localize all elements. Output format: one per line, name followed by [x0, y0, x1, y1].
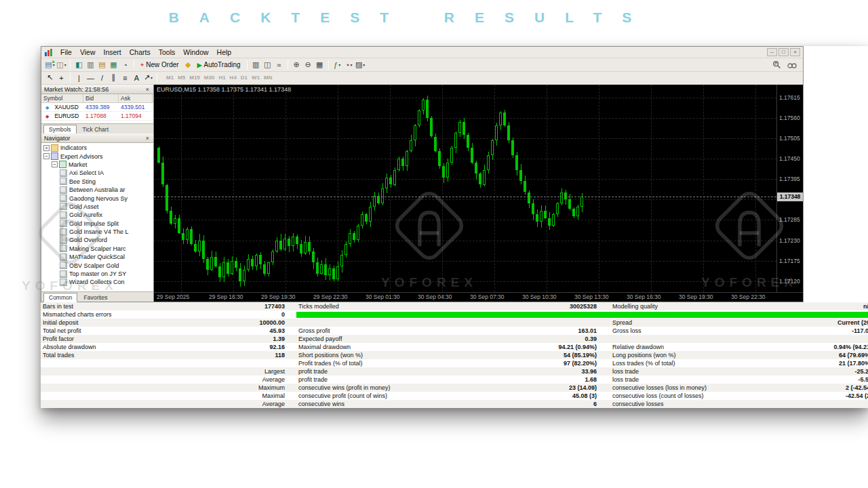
- tree-item-indicators[interactable]: +Indicators: [41, 144, 153, 152]
- timeframe-m30[interactable]: M30: [202, 75, 217, 81]
- metaeditor-icon[interactable]: ◆: [182, 60, 194, 70]
- candle-body: [418, 110, 420, 125]
- price-scale[interactable]: 1.176151.175601.175051.174501.173951.172…: [777, 85, 803, 292]
- tree-item-label: Making Scalper Harc: [69, 245, 126, 252]
- tree-item-gold-impulse-split[interactable]: Gold Impulse Split: [41, 220, 153, 228]
- channel-icon[interactable]: ∥: [108, 73, 119, 83]
- market-watch-tab-tick-chart[interactable]: Tick Chart: [78, 125, 113, 134]
- menu-insert[interactable]: Insert: [100, 47, 125, 57]
- menu-view[interactable]: View: [76, 47, 100, 57]
- candle-body: [344, 244, 347, 255]
- navigator-header[interactable]: Navigator ×: [41, 134, 153, 143]
- h-gridline: [154, 179, 776, 180]
- v-gridline: [181, 85, 182, 292]
- arrows-icon[interactable]: ↗▾: [142, 73, 154, 83]
- menu-charts[interactable]: Charts: [125, 47, 155, 57]
- indicators-icon[interactable]: ƒ▾: [332, 60, 343, 70]
- new-order-button[interactable]: +New Order: [137, 60, 182, 70]
- time-scale[interactable]: 29 Sep 202529 Sep 16:3029 Sep 19:3029 Se…: [154, 292, 803, 302]
- menu-items: FileViewInsertChartsToolsWindowHelp: [56, 47, 235, 57]
- horizontal-line-icon[interactable]: —: [85, 73, 96, 83]
- search-symbol-icon[interactable]: P: [772, 60, 781, 69]
- crosshair-icon[interactable]: +: [56, 73, 67, 83]
- chart-plot[interactable]: EURUSD,M15 1.17358 1.17375 1.17341 1.173…: [154, 85, 777, 292]
- timeframe-h1[interactable]: H1: [216, 75, 227, 81]
- navigator-icon[interactable]: ▤: [96, 60, 108, 70]
- close-icon[interactable]: ×: [144, 86, 151, 93]
- trendline-icon[interactable]: /: [96, 73, 108, 83]
- timeframe-w1[interactable]: W1: [250, 75, 262, 81]
- tree-item-making-scalper-harc[interactable]: Making Scalper Harc: [41, 245, 153, 253]
- tree-item-wizard-collects-con[interactable]: Wizard Collects Con: [41, 278, 153, 286]
- line-chart-icon[interactable]: ≈: [273, 60, 285, 70]
- periods-icon[interactable]: ◔▾: [343, 60, 355, 70]
- symbol-row-xauusd[interactable]: ◆XAUUSD4339.3894339.501: [41, 103, 153, 112]
- v-gridline: [547, 85, 547, 292]
- tree-item-gold-insane-v4-the-l[interactable]: Gold Insane V4 The L: [41, 228, 153, 236]
- expand-box-icon[interactable]: −: [52, 161, 58, 167]
- tree-item-gold-overlord[interactable]: Gold Overlord: [41, 236, 153, 244]
- tree-item-market[interactable]: −Market: [41, 161, 153, 169]
- report-label: Profit trades (% of total): [296, 359, 473, 367]
- profiles-icon[interactable]: ◫▾: [56, 60, 67, 70]
- market-watch-icon[interactable]: ◧: [73, 60, 85, 70]
- v-gridline: [233, 85, 234, 292]
- timeframe-m1[interactable]: M1: [164, 75, 176, 81]
- tree-item-top-master-on-jy-sy[interactable]: Top master on JY SY: [41, 270, 153, 278]
- templates-icon[interactable]: ▨▾: [355, 60, 366, 70]
- button-label: New Order: [146, 61, 178, 68]
- symbol-row-eurusd[interactable]: ◆EURUSD1.170881.17094: [41, 112, 153, 121]
- autotrading-button[interactable]: ▶AutoTrading: [194, 60, 244, 70]
- vertical-line-icon[interactable]: |: [73, 73, 85, 83]
- tree-item-gold-aurefix[interactable]: Gold Aurefix: [41, 211, 153, 219]
- cursor-icon[interactable]: ↖: [44, 73, 56, 83]
- zoom-out-icon[interactable]: ⊖: [302, 60, 314, 70]
- candle-body: [422, 100, 425, 110]
- navigator-tab-common[interactable]: Common: [43, 293, 77, 302]
- symbol-cell: ◆EURUSD: [41, 112, 83, 120]
- timeframe-m15[interactable]: M15: [187, 75, 202, 81]
- menu-window[interactable]: Window: [179, 47, 212, 57]
- tree-item-label: Gaodong Nervous Sy: [69, 195, 127, 202]
- tree-item-between-australia-ar[interactable]: Between Australia ar: [41, 186, 153, 194]
- expand-box-icon[interactable]: −: [43, 153, 50, 159]
- terminal-icon[interactable]: ▦: [108, 60, 119, 70]
- tree-item-axi-select-ia[interactable]: Axi Select IA: [41, 169, 153, 177]
- tile-windows-icon[interactable]: ▦: [314, 60, 326, 70]
- expand-box-icon[interactable]: +: [43, 145, 50, 151]
- minimize-button[interactable]: –: [767, 48, 777, 56]
- fibonacci-icon[interactable]: ≡: [119, 73, 131, 83]
- tree-item-expert-advisors[interactable]: −Expert Advisors: [41, 152, 153, 160]
- menu-help[interactable]: Help: [213, 47, 236, 57]
- strategy-tester-icon[interactable]: ◔: [119, 60, 131, 70]
- tree-item-gaodong-nervous-sy[interactable]: Gaodong Nervous Sy: [41, 194, 153, 202]
- report-label: loss trade: [610, 367, 773, 375]
- timeframe-d1[interactable]: D1: [239, 75, 250, 81]
- data-window-icon[interactable]: ▥: [85, 60, 96, 70]
- new-chart-icon[interactable]: ▤+▾: [44, 60, 56, 70]
- tree-item-matrader-quickscal[interactable]: MATrader QuickScal: [41, 253, 153, 261]
- navigator-tabs: CommonFavorites: [41, 291, 153, 302]
- tree-item-gold-asset[interactable]: Gold Asset: [41, 203, 153, 211]
- ea-product-icon: [60, 245, 67, 252]
- timeframe-h4[interactable]: H4: [228, 75, 239, 81]
- timeframe-mn[interactable]: MN: [262, 75, 274, 81]
- text-tool-icon[interactable]: A: [131, 73, 142, 83]
- tree-item-obv-scalper-gold[interactable]: OBV Scalper Gold: [41, 261, 153, 269]
- close-icon[interactable]: ×: [144, 135, 151, 142]
- navigator-tab-favorites[interactable]: Favorites: [79, 293, 112, 302]
- menu-tools[interactable]: Tools: [155, 47, 180, 57]
- restore-button[interactable]: □: [778, 48, 789, 56]
- market-watch-tab-symbols[interactable]: Symbols: [43, 125, 77, 134]
- candle-chart-icon[interactable]: ◫: [262, 60, 273, 70]
- binoculars-search-icon[interactable]: [787, 61, 797, 69]
- bar-chart-icon[interactable]: ▥: [250, 60, 262, 70]
- close-button[interactable]: ×: [790, 48, 800, 56]
- tree-item-bee-sting[interactable]: Bee Sting: [41, 178, 153, 186]
- time-label: 30 Sep 13:30: [574, 293, 609, 300]
- zoom-in-icon[interactable]: ⊕: [291, 60, 302, 70]
- timeframe-m5[interactable]: M5: [176, 75, 187, 81]
- market-watch-header[interactable]: Market Watch: 21:58:56 ×: [41, 85, 153, 94]
- candle-body: [393, 170, 396, 185]
- menu-file[interactable]: File: [56, 47, 76, 57]
